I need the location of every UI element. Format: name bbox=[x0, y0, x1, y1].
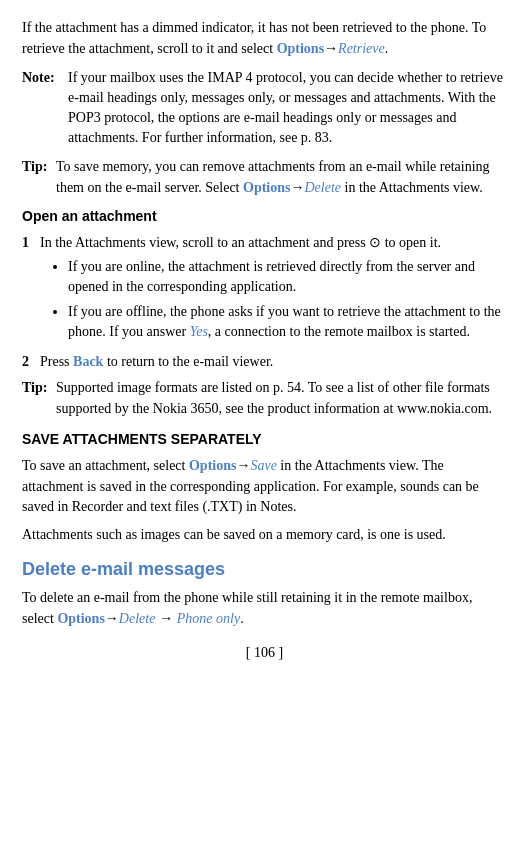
step-2-text-before: Press bbox=[40, 354, 73, 369]
note-text: If your mailbox uses the IMAP 4 protocol… bbox=[68, 68, 507, 149]
intro-period: . bbox=[385, 41, 389, 56]
step-2-back-link: Back bbox=[73, 354, 103, 369]
tip-delete-link: Delete bbox=[304, 180, 341, 195]
delete-paragraph: To delete an e-mail from the phone while… bbox=[22, 588, 507, 630]
delete-arrow-1: → bbox=[105, 610, 119, 626]
bullet-1: If you are online, the attachment is ret… bbox=[68, 257, 507, 298]
step-1: 1 In the Attachments view, scroll to an … bbox=[22, 233, 507, 346]
bullet-2-yes-link: Yes bbox=[190, 324, 208, 339]
save-heading: SAVE ATTACHMENTS SEPARATELY bbox=[22, 429, 507, 449]
note-block: Note: If your mailbox uses the IMAP 4 pr… bbox=[22, 68, 507, 149]
step-1-bullets: If you are online, the attachment is ret… bbox=[68, 257, 507, 342]
tip-arrow: → bbox=[290, 179, 304, 195]
step-2-text-after: to return to the e-mail viewer. bbox=[103, 354, 273, 369]
step-2: 2 Press Back to return to the e-mail vie… bbox=[22, 352, 507, 372]
intro-retrieve-link: Retrieve bbox=[338, 41, 385, 56]
intro-text: If the attachment has a dimmed indicator… bbox=[22, 20, 486, 56]
tip-text-1: To save memory, you can remove attachmen… bbox=[56, 157, 507, 199]
save-text-before: To save an attachment, select bbox=[22, 458, 189, 473]
intro-paragraph: If the attachment has a dimmed indicator… bbox=[22, 18, 507, 60]
intro-options-link: Options bbox=[277, 41, 324, 56]
save-paragraph-2: Attachments such as images can be saved … bbox=[22, 525, 507, 545]
tip-block-2: Tip: Supported image formats are listed … bbox=[22, 378, 507, 419]
tip-label-1: Tip: bbox=[22, 157, 52, 199]
step-1-text-after: to open it. bbox=[381, 235, 441, 250]
save-paragraph-1: To save an attachment, select Options→Sa… bbox=[22, 455, 507, 517]
step-1-text-before: In the Attachments view, scroll to an at… bbox=[40, 235, 369, 250]
tip-text-after: in the Attachments view. bbox=[341, 180, 483, 195]
step-2-content: Press Back to return to the e-mail viewe… bbox=[40, 352, 273, 372]
bullet-2: If you are offline, the phone asks if yo… bbox=[68, 302, 507, 343]
save-options-link: Options bbox=[189, 458, 236, 473]
delete-arrow-2: → bbox=[155, 610, 173, 626]
delete-options-link: Options bbox=[57, 611, 104, 626]
tip-options-link: Options bbox=[243, 180, 290, 195]
save-save-link: Save bbox=[250, 458, 276, 473]
delete-phone-only-link: Phone only bbox=[177, 611, 240, 626]
step-2-number: 2 bbox=[22, 352, 36, 372]
note-label: Note: bbox=[22, 68, 64, 149]
step-1-number: 1 bbox=[22, 233, 36, 346]
step-1-icon: ⊙ bbox=[369, 235, 381, 250]
delete-heading: Delete e-mail messages bbox=[22, 556, 507, 582]
save-arrow: → bbox=[236, 457, 250, 473]
page-number: [ 106 ] bbox=[22, 643, 507, 663]
delete-period: . bbox=[240, 611, 244, 626]
tip-label-2: Tip: bbox=[22, 378, 52, 419]
intro-arrow: → bbox=[324, 40, 338, 56]
tip-block-1: Tip: To save memory, you can remove atta… bbox=[22, 157, 507, 199]
tip-2-text: Supported image formats are listed on p.… bbox=[56, 378, 507, 419]
bullet-2-text-after: , a connection to the remote mailbox is … bbox=[208, 324, 470, 339]
open-attachment-heading: Open an attachment bbox=[22, 206, 507, 226]
delete-delete-link: Delete bbox=[119, 611, 156, 626]
step-1-content: In the Attachments view, scroll to an at… bbox=[40, 233, 507, 346]
